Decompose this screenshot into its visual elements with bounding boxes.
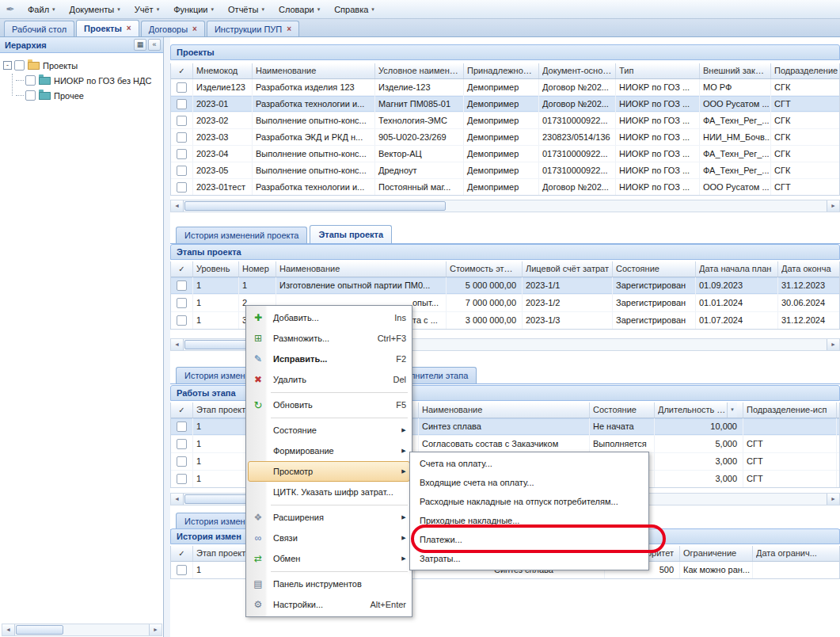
tree-expander-icon[interactable]: -	[3, 61, 12, 70]
stages-row-0[interactable]: 11Изготовление опытной партии ПМ0...5 00…	[171, 277, 839, 295]
tab-История измен[interactable]: История измен	[176, 513, 254, 529]
row-checkbox[interactable]	[177, 99, 187, 109]
stages-col-Лицевой счёт затрат[interactable]: Лицевой счёт затрат	[523, 261, 613, 277]
projects-row-2[interactable]: 2023-02Выполнение опытно-конс...Технолог…	[171, 113, 839, 129]
menuitem-Исправить...[interactable]: ✎Исправить...F2	[248, 349, 410, 369]
projects-col-Условное наименова[interactable]: Условное наименова	[375, 63, 464, 78]
stages-col-Состояние[interactable]: Состояние	[613, 261, 696, 277]
row-checkbox[interactable]	[177, 132, 187, 143]
scroll-left-arrow[interactable]: ◄	[2, 624, 15, 635]
menubar-item-Отчёты[interactable]: Отчёты▾	[221, 0, 272, 18]
works-col-Длительность план[interactable]: Длительность план▼	[655, 402, 743, 418]
scroll-thumb[interactable]	[184, 201, 446, 211]
tree-node-Проекты[interactable]: -Проекты	[3, 58, 160, 73]
menuitem-Обновить[interactable]: ↻ОбновитьF5	[248, 395, 410, 415]
row-checkbox[interactable]	[177, 456, 187, 467]
stages-col-Уровень[interactable]: Уровень	[193, 261, 239, 277]
projects-col-Подразделение[interactable]: Подразделение	[771, 63, 840, 78]
select-all-header[interactable]: ✓	[171, 63, 193, 78]
tab-Инструкции ПУП[interactable]: Инструкции ПУП×	[207, 21, 299, 36]
scroll-thumb[interactable]	[16, 625, 63, 635]
projects-row-5[interactable]: 2023-05Выполнение опытно-конс...Дредноут…	[171, 162, 839, 179]
history-col-Ограничение[interactable]: Ограничение	[680, 546, 753, 561]
menubar-item-Справка[interactable]: Справка▾	[327, 0, 382, 18]
tab-close-icon[interactable]: ×	[127, 25, 131, 32]
menubar-item-Файл[interactable]: Файл▾	[21, 0, 63, 18]
projects-col-Принадлежность[interactable]: Принадлежность	[464, 63, 539, 78]
stages-col-Номер[interactable]: Номер	[239, 261, 276, 277]
grid-view-icon[interactable]: ▦	[134, 39, 146, 51]
works-col-Состояние[interactable]: Состояние	[590, 402, 655, 418]
select-all-header[interactable]: ✓	[171, 261, 193, 277]
tab-История измен[interactable]: История измен	[176, 367, 254, 383]
projects-hscrollbar[interactable]: ◄ ►	[170, 200, 840, 212]
row-checkbox[interactable]	[177, 474, 187, 484]
row-checkbox[interactable]	[177, 166, 187, 176]
menuitem-Связи[interactable]: ∞Связи▶	[248, 528, 410, 548]
works-col-Наименование[interactable]: Наименование	[419, 402, 590, 418]
tree-checkbox[interactable]	[25, 75, 36, 86]
sidebar-hscrollbar[interactable]: ◄ ►	[2, 624, 162, 636]
menuitem-Затраты...[interactable]: Затраты...	[412, 549, 647, 568]
projects-row-1[interactable]: 2023-01Разработка технологии и...Магнит …	[171, 96, 839, 113]
menuitem-Добавить...[interactable]: ✚Добавить...Ins	[248, 307, 410, 328]
row-checkbox[interactable]	[177, 298, 187, 308]
menuitem-Настройки...[interactable]: ⚙Настройки...Alt+Enter	[248, 594, 410, 615]
tree-checkbox[interactable]	[25, 90, 36, 101]
scroll-left-arrow[interactable]: ◄	[171, 494, 184, 505]
tree-node-Прочее[interactable]: Прочее	[3, 88, 160, 103]
projects-row-4[interactable]: 2023-04Выполнение опытно-конс...Вектор-А…	[171, 146, 839, 162]
row-checkbox[interactable]	[177, 280, 187, 291]
stages-col-Дата оконча[interactable]: Дата оконча	[778, 261, 840, 277]
history-col-Дата огранич...[interactable]: Дата огранич...	[753, 546, 840, 561]
projects-col-Документ-основан[interactable]: Документ-основан	[539, 63, 616, 78]
tab-Рабочий стол[interactable]: Рабочий стол	[4, 21, 74, 36]
menuitem-Расходные накладные на отпуск потребителям...[interactable]: Расходные накладные на отпуск потребител…	[412, 492, 647, 511]
menuitem-Счета на оплату...[interactable]: Счета на оплату...	[412, 454, 647, 473]
row-checkbox[interactable]	[177, 439, 187, 449]
projects-col-Тип[interactable]: Тип	[616, 63, 700, 78]
row-checkbox[interactable]	[177, 182, 187, 193]
scroll-right-arrow[interactable]: ►	[827, 200, 839, 212]
row-checkbox[interactable]	[177, 315, 187, 326]
menubar-item-Документы[interactable]: Документы▾	[63, 0, 127, 18]
menuitem-Платежи...[interactable]: Платежи...	[412, 530, 647, 549]
menuitem-Просмотр[interactable]: Просмотр▶	[248, 461, 410, 482]
menuitem-Расширения[interactable]: ❖Расширения▶	[248, 507, 410, 528]
tab-Этапы проекта[interactable]: Этапы проекта	[310, 225, 392, 243]
menuitem-Приходные накладные...[interactable]: Приходные накладные...	[412, 511, 647, 530]
stages-col-Дата начала план[interactable]: Дата начала план	[696, 261, 778, 277]
scroll-left-arrow[interactable]: ◄	[171, 200, 184, 212]
tab-Договоры[interactable]: Договоры×	[141, 21, 205, 36]
stages-col-Наименование[interactable]: Наименование	[276, 261, 447, 277]
menuitem-Удалить[interactable]: ✖УдалитьDel	[248, 369, 410, 390]
collapse-panel-icon[interactable]: «	[148, 39, 161, 51]
projects-col-Наименование[interactable]: Наименование	[253, 63, 375, 78]
menuitem-ЦИТК. Указать шифр затрат...[interactable]: ЦИТК. Указать шифр затрат...	[248, 482, 410, 502]
menuitem-Панель инструментов[interactable]: ▤Панель инструментов	[248, 574, 410, 594]
row-checkbox[interactable]	[177, 421, 187, 432]
scroll-right-arrow[interactable]: ►	[149, 624, 162, 635]
menuitem-Формирование[interactable]: Формирование▶	[248, 441, 410, 461]
projects-col-Внешний заказчик[interactable]: Внешний заказчик	[700, 63, 771, 78]
row-checkbox[interactable]	[177, 82, 187, 93]
menubar-item-Функции[interactable]: Функции▾	[166, 0, 221, 18]
select-all-header[interactable]: ✓	[171, 546, 193, 561]
projects-row-0[interactable]: Изделие123Разработка изделия 123Изделие-…	[171, 79, 839, 96]
menuitem-Состояние[interactable]: Состояние▶	[248, 420, 410, 441]
menubar-item-Учёт[interactable]: Учёт▾	[127, 0, 166, 18]
tab-Проекты[interactable]: Проекты×	[76, 20, 139, 36]
tab-История изменений проекта[interactable]: История изменений проекта	[176, 227, 307, 243]
menuitem-Размножить...[interactable]: ⊞Размножить...Ctrl+F3	[248, 328, 410, 349]
projects-row-6[interactable]: 2023-01тестРазработка технологии и...Пос…	[171, 179, 839, 196]
menubar-item-Словари[interactable]: Словари▾	[272, 0, 327, 18]
select-all-header[interactable]: ✓	[171, 402, 193, 418]
scroll-right-arrow[interactable]: ►	[827, 494, 839, 505]
menuitem-Обмен[interactable]: ⇄Обмен▶	[248, 548, 410, 569]
projects-row-3[interactable]: 2023-03Разработка ЭКД и РКД н...905-U020…	[171, 129, 839, 146]
works-col-Подразделение-исп[interactable]: Подразделение-исп	[743, 402, 837, 418]
row-checkbox[interactable]	[177, 565, 187, 575]
tree-node-НИОКР по ГОЗ без НДС[interactable]: НИОКР по ГОЗ без НДС	[3, 73, 160, 88]
tab-close-icon[interactable]: ×	[192, 25, 197, 33]
scroll-right-arrow[interactable]: ►	[827, 339, 839, 350]
